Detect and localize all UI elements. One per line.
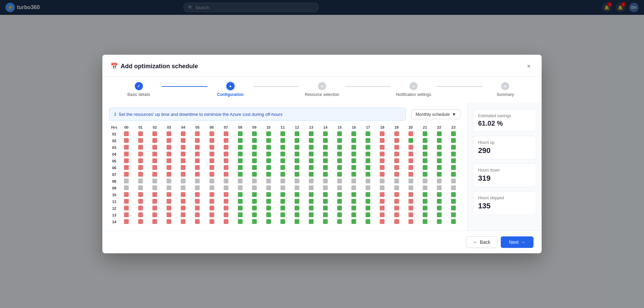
cell-03-14[interactable] xyxy=(318,144,332,151)
cell-11-14[interactable] xyxy=(318,198,332,205)
cell-08-14[interactable] xyxy=(318,178,332,185)
cell-08-2[interactable] xyxy=(148,178,162,185)
cell-13-6[interactable] xyxy=(204,212,219,219)
cell-05-1[interactable] xyxy=(133,158,148,164)
cell-12-12[interactable] xyxy=(290,205,304,212)
cell-03-22[interactable] xyxy=(432,144,446,151)
cell-08-21[interactable] xyxy=(418,178,432,185)
cell-12-16[interactable] xyxy=(347,205,361,212)
cell-07-19[interactable] xyxy=(389,171,403,178)
cell-03-21[interactable] xyxy=(418,144,432,151)
cell-02-16[interactable] xyxy=(347,137,361,144)
cell-08-18[interactable] xyxy=(375,178,389,185)
cell-04-22[interactable] xyxy=(432,151,446,158)
cell-05-3[interactable] xyxy=(162,158,176,164)
cell-09-10[interactable] xyxy=(262,185,276,191)
cell-08-17[interactable] xyxy=(361,178,375,185)
cell-04-12[interactable] xyxy=(290,151,304,158)
cell-05-16[interactable] xyxy=(347,158,361,164)
cell-14-14[interactable] xyxy=(318,219,332,225)
cell-01-15[interactable] xyxy=(332,131,347,137)
cell-12-15[interactable] xyxy=(332,205,347,212)
cell-11-3[interactable] xyxy=(162,198,176,205)
cell-10-6[interactable] xyxy=(204,191,219,198)
cell-11-2[interactable] xyxy=(148,198,162,205)
cell-05-21[interactable] xyxy=(418,158,432,164)
cell-06-20[interactable] xyxy=(404,164,418,171)
cell-03-13[interactable] xyxy=(304,144,318,151)
cell-11-9[interactable] xyxy=(247,198,262,205)
cell-14-20[interactable] xyxy=(404,219,418,225)
cell-13-23[interactable] xyxy=(446,212,461,219)
cell-04-5[interactable] xyxy=(190,151,204,158)
cell-10-21[interactable] xyxy=(418,191,432,198)
cell-13-0[interactable] xyxy=(119,212,133,219)
cell-01-21[interactable] xyxy=(418,131,432,137)
cell-07-13[interactable] xyxy=(304,171,318,178)
cell-03-19[interactable] xyxy=(389,144,403,151)
cell-02-22[interactable] xyxy=(432,137,446,144)
cell-06-7[interactable] xyxy=(219,164,233,171)
cell-07-14[interactable] xyxy=(318,171,332,178)
cell-12-2[interactable] xyxy=(148,205,162,212)
cell-10-4[interactable] xyxy=(176,191,190,198)
cell-07-12[interactable] xyxy=(290,171,304,178)
cell-07-16[interactable] xyxy=(347,171,361,178)
cell-06-14[interactable] xyxy=(318,164,332,171)
cell-08-0[interactable] xyxy=(119,178,133,185)
cell-14-3[interactable] xyxy=(162,219,176,225)
schedule-type-dropdown[interactable]: Monthly schedule ▼ xyxy=(411,109,461,119)
cell-13-21[interactable] xyxy=(418,212,432,219)
cell-13-18[interactable] xyxy=(375,212,389,219)
cell-08-5[interactable] xyxy=(190,178,204,185)
cell-03-16[interactable] xyxy=(347,144,361,151)
cell-02-5[interactable] xyxy=(190,137,204,144)
cell-02-1[interactable] xyxy=(133,137,148,144)
cell-02-4[interactable] xyxy=(176,137,190,144)
cell-09-5[interactable] xyxy=(190,185,204,191)
cell-10-1[interactable] xyxy=(133,191,148,198)
cell-03-20[interactable] xyxy=(404,144,418,151)
cell-02-15[interactable] xyxy=(332,137,347,144)
cell-05-5[interactable] xyxy=(190,158,204,164)
cell-09-20[interactable] xyxy=(404,185,418,191)
cell-13-4[interactable] xyxy=(176,212,190,219)
cell-14-7[interactable] xyxy=(219,219,233,225)
cell-14-15[interactable] xyxy=(332,219,347,225)
cell-13-13[interactable] xyxy=(304,212,318,219)
cell-11-6[interactable] xyxy=(204,198,219,205)
cell-06-11[interactable] xyxy=(276,164,290,171)
cell-04-4[interactable] xyxy=(176,151,190,158)
cell-07-3[interactable] xyxy=(162,171,176,178)
cell-04-17[interactable] xyxy=(361,151,375,158)
cell-08-19[interactable] xyxy=(389,178,403,185)
cell-11-12[interactable] xyxy=(290,198,304,205)
cell-05-0[interactable] xyxy=(119,158,133,164)
cell-05-17[interactable] xyxy=(361,158,375,164)
cell-10-13[interactable] xyxy=(304,191,318,198)
cell-05-10[interactable] xyxy=(262,158,276,164)
cell-12-14[interactable] xyxy=(318,205,332,212)
cell-04-0[interactable] xyxy=(119,151,133,158)
cell-11-22[interactable] xyxy=(432,198,446,205)
cell-01-0[interactable] xyxy=(119,131,133,137)
cell-13-8[interactable] xyxy=(233,212,247,219)
cell-10-15[interactable] xyxy=(332,191,347,198)
cell-05-4[interactable] xyxy=(176,158,190,164)
cell-07-5[interactable] xyxy=(190,171,204,178)
cell-09-12[interactable] xyxy=(290,185,304,191)
cell-14-1[interactable] xyxy=(133,219,148,225)
schedule-grid-wrapper[interactable]: Hrs0001020304050607080910111213141516171… xyxy=(109,125,461,225)
cell-01-4[interactable] xyxy=(176,131,190,137)
cell-04-19[interactable] xyxy=(389,151,403,158)
cell-02-2[interactable] xyxy=(148,137,162,144)
cell-05-6[interactable] xyxy=(204,158,219,164)
cell-01-2[interactable] xyxy=(148,131,162,137)
cell-11-1[interactable] xyxy=(133,198,148,205)
cell-08-11[interactable] xyxy=(276,178,290,185)
cell-01-10[interactable] xyxy=(262,131,276,137)
cell-14-17[interactable] xyxy=(361,219,375,225)
cell-13-12[interactable] xyxy=(290,212,304,219)
cell-10-8[interactable] xyxy=(233,191,247,198)
cell-03-1[interactable] xyxy=(133,144,148,151)
